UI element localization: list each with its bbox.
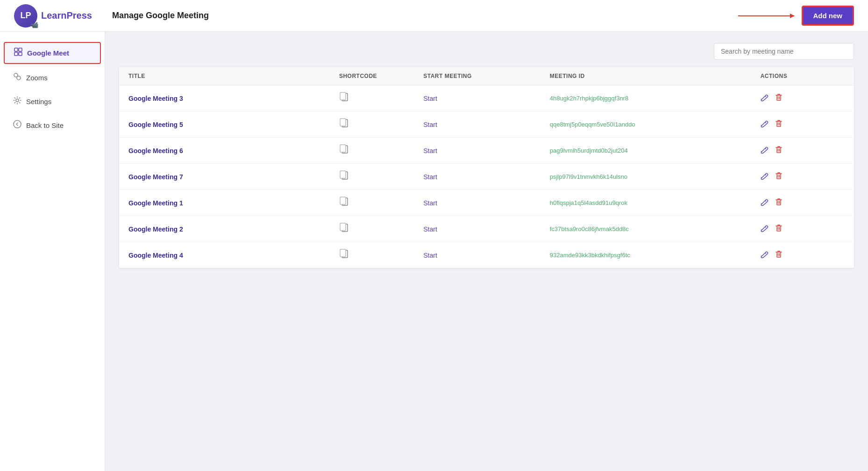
copy-icon[interactable] — [339, 173, 349, 183]
row-title: Google Meeting 2 — [128, 225, 339, 233]
actions-cell — [761, 197, 845, 208]
edit-button[interactable] — [761, 119, 769, 130]
sidebar-label-back-to-site: Back to Site — [26, 121, 64, 129]
sidebar: Google Meet Zooms Settings — [0, 32, 105, 471]
sidebar-item-zooms[interactable]: Zooms — [4, 68, 101, 88]
copy-icon[interactable] — [339, 199, 349, 209]
copy-icon[interactable] — [339, 225, 349, 235]
add-new-button[interactable]: Add new — [802, 6, 854, 26]
search-area — [119, 43, 854, 60]
edit-button[interactable] — [761, 171, 769, 182]
start-link[interactable]: Start — [423, 147, 437, 155]
table-row: Google Meeting 2 Start fc37btsa9ro0c86jf… — [119, 216, 854, 242]
page-title: Manage Google Meeting — [112, 11, 209, 21]
delete-button[interactable] — [775, 224, 783, 234]
meeting-id-cell: qqe8tmj5p0eqqm5ve50I1anddo — [550, 121, 761, 128]
shortcode-cell — [339, 118, 423, 131]
logo-letters: LP — [20, 11, 31, 21]
start-meeting-cell: Start — [423, 94, 550, 103]
edit-button[interactable] — [761, 93, 769, 104]
row-title: Google Meeting 1 — [128, 199, 339, 207]
delete-button[interactable] — [775, 145, 783, 156]
sidebar-item-google-meet[interactable]: Google Meet — [4, 42, 101, 64]
svg-point-6 — [16, 99, 19, 102]
start-meeting-cell: Start — [423, 147, 550, 155]
table-header: TITLE SHORTCODE START MEETING MEETING ID… — [119, 67, 854, 85]
meetings-table: TITLE SHORTCODE START MEETING MEETING ID… — [119, 67, 854, 268]
svg-rect-17 — [340, 197, 346, 204]
table-row: Google Meeting 1 Start h0flqspja1q5l4asd… — [119, 190, 854, 216]
circles-icon — [13, 72, 21, 83]
row-title: Google Meeting 4 — [128, 252, 339, 259]
edit-button[interactable] — [761, 250, 769, 260]
svg-rect-7 — [14, 120, 21, 128]
logo-text: LearnPress — [41, 10, 92, 21]
add-new-arrow — [738, 15, 794, 16]
delete-button[interactable] — [775, 171, 783, 182]
meeting-id-cell: psjlp97l9v1tnmvkh6k14ulsno — [550, 173, 761, 180]
logo-area: LP 📹 LearnPress — [14, 4, 92, 28]
start-meeting-cell: Start — [423, 120, 550, 129]
table-row: Google Meeting 7 Start psjlp97l9v1tnmvkh… — [119, 164, 854, 190]
row-title: Google Meeting 5 — [128, 121, 339, 128]
svg-point-5 — [17, 76, 21, 80]
svg-rect-3 — [19, 52, 22, 56]
arrow-left-icon — [13, 120, 21, 131]
meeting-id-cell: 4h8ugk2h7rhpkjp6bjggqf3nr8 — [550, 95, 761, 102]
col-header-actions: ACTIONS — [761, 73, 845, 79]
header-right: Add new — [738, 6, 854, 26]
col-header-title: TITLE — [128, 73, 339, 79]
edit-button[interactable] — [761, 224, 769, 234]
col-header-meeting-id: MEETING ID — [550, 73, 761, 79]
actions-cell — [761, 250, 845, 260]
table-row: Google Meeting 4 Start 932amde93kk3bkdkh… — [119, 242, 854, 268]
start-link[interactable]: Start — [423, 173, 437, 181]
row-title: Google Meeting 7 — [128, 173, 339, 181]
delete-button[interactable] — [775, 250, 783, 260]
start-meeting-cell: Start — [423, 173, 550, 181]
start-link[interactable]: Start — [423, 95, 437, 102]
edit-button[interactable] — [761, 145, 769, 156]
top-header: LP 📹 LearnPress Manage Google Meeting Ad… — [0, 0, 868, 32]
copy-icon[interactable] — [339, 95, 349, 104]
search-input[interactable] — [714, 43, 854, 60]
actions-cell — [761, 119, 845, 130]
sidebar-item-settings[interactable]: Settings — [4, 91, 101, 112]
copy-icon[interactable] — [339, 252, 349, 261]
svg-rect-2 — [14, 52, 18, 56]
svg-rect-9 — [340, 92, 346, 100]
svg-rect-21 — [340, 249, 346, 257]
gear-icon — [13, 96, 21, 107]
table-row: Google Meeting 6 Start pag9lvmlh5urdjmtd… — [119, 138, 854, 164]
logo-circle: LP 📹 — [14, 4, 37, 28]
delete-button[interactable] — [775, 197, 783, 208]
shortcode-cell — [339, 144, 423, 157]
svg-rect-1 — [19, 48, 22, 51]
arrow-line — [738, 15, 794, 16]
delete-button[interactable] — [775, 93, 783, 104]
start-link[interactable]: Start — [423, 225, 437, 233]
table-row: Google Meeting 5 Start qqe8tmj5p0eqqm5ve… — [119, 112, 854, 138]
copy-icon[interactable] — [339, 121, 349, 130]
svg-rect-11 — [340, 119, 346, 126]
start-meeting-cell: Start — [423, 251, 550, 260]
sidebar-item-back-to-site[interactable]: Back to Site — [4, 115, 101, 135]
start-link[interactable]: Start — [423, 121, 437, 128]
copy-icon[interactable] — [339, 147, 349, 156]
svg-rect-0 — [14, 48, 18, 51]
actions-cell — [761, 224, 845, 234]
meeting-id-cell: 932amde93kk3bkdkhifpsgf6tc — [550, 252, 761, 259]
svg-rect-13 — [340, 145, 346, 152]
table-row: Google Meeting 3 Start 4h8ugk2h7rhpkjp6b… — [119, 85, 854, 112]
start-meeting-cell: Start — [423, 199, 550, 207]
meeting-id-cell: pag9lvmlh5urdjmtd0b2jut204 — [550, 147, 761, 154]
start-link[interactable]: Start — [423, 199, 437, 207]
start-link[interactable]: Start — [423, 252, 437, 259]
grid-icon — [14, 48, 22, 58]
delete-button[interactable] — [775, 119, 783, 130]
sidebar-label-google-meet: Google Meet — [27, 49, 69, 57]
edit-button[interactable] — [761, 197, 769, 208]
sidebar-label-settings: Settings — [26, 98, 51, 105]
shortcode-cell — [339, 197, 423, 209]
actions-cell — [761, 93, 845, 104]
